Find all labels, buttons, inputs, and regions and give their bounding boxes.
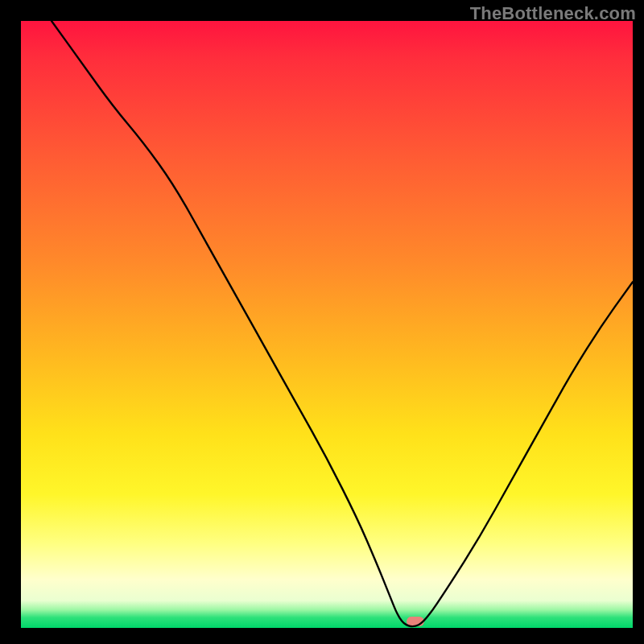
curve-path [52, 21, 633, 626]
watermark-text: TheBottleneck.com [470, 3, 636, 24]
bottleneck-curve [21, 21, 633, 628]
plot-area [21, 21, 633, 628]
chart-frame: TheBottleneck.com [0, 0, 644, 644]
